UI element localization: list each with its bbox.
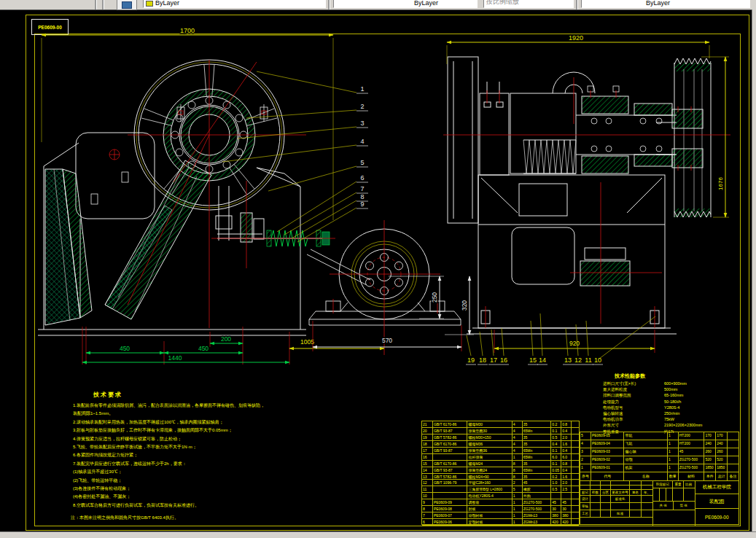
- callout-19: 19: [467, 356, 475, 364]
- table-cell: [572, 474, 579, 480]
- table-cell: ZG270-500: [523, 499, 552, 505]
- table-cell: [572, 441, 579, 447]
- table-cell: 弹簧垫圈36: [467, 448, 512, 453]
- table-row: 16拉杆弹簧165Mn6.06.0: [422, 454, 579, 461]
- table-cell: 4: [513, 434, 523, 440]
- table-cell: [572, 499, 579, 505]
- table-cell: HT200: [679, 440, 705, 448]
- table-row: 进料口尺寸(宽×长)600×900mm: [602, 381, 710, 387]
- table-cell: 0.5: [551, 434, 561, 440]
- bottom-scrollbar-strip[interactable]: [0, 531, 756, 538]
- dim-450-a: 450: [120, 345, 130, 352]
- label-change-doc: 更改文件号: [611, 490, 630, 495]
- table-cell: 1850: [716, 464, 728, 472]
- table-cell: 机架: [624, 464, 667, 472]
- callout-15: 15: [529, 356, 537, 364]
- tech-requirements-title: 技术要求: [93, 391, 122, 399]
- callout-4: 4: [360, 138, 364, 145]
- table-cell: 12: [422, 480, 433, 486]
- dim-1676: 1676: [717, 177, 724, 190]
- table-cell: [433, 493, 468, 499]
- table-cell: 1: [513, 519, 523, 525]
- col-unit-weight: 单件: [704, 472, 716, 480]
- drawing-number: PE0609-00: [695, 509, 739, 525]
- title-block-item-rows: 5PE0609-05带轮1HT2001701704PE0609-04飞轮1HT2…: [580, 432, 739, 472]
- dim-920: 920: [569, 340, 580, 347]
- table-cell: 10: [422, 493, 433, 499]
- right-window-edge[interactable]: [752, 9, 756, 538]
- table-row: 20GB/T 93-87弹簧垫圈30465Mn0.10.4: [422, 428, 579, 434]
- table-row: 3PE0609-03偏心轴145260260: [580, 448, 739, 456]
- table-row: 9PE0609-09调整座1ZG270-5004545: [422, 499, 579, 506]
- table-row: 最大进料粒度500mm: [602, 387, 710, 393]
- revision-grid: 标记 处数 分区 更改文件号 签名 年、月、日 设计 标准化 审核: [580, 481, 653, 526]
- table-cell: 1: [513, 493, 523, 499]
- table-cell: 飞轮: [624, 440, 667, 448]
- tech-requirements-list: 1.装配前所有零件必须清除切屑、油污，配合表面涂以润滑油，各摩擦面不得有碰伤、划…: [73, 402, 313, 510]
- table-cell: 0.1: [551, 448, 561, 453]
- table-cell: 45: [523, 480, 552, 486]
- dim-570: 570: [382, 337, 392, 344]
- table-cell: 6.0: [561, 454, 572, 460]
- callout-2: 2: [360, 103, 364, 110]
- table-cell: 1850: [704, 464, 716, 472]
- table-cell: ZG270-500: [679, 464, 705, 472]
- table-cell: 11: [422, 486, 433, 492]
- table-cell: 调整座: [467, 499, 512, 505]
- table-cell: 最大进料粒度: [602, 387, 663, 393]
- table-cell: 弹簧垫圈24: [467, 467, 512, 473]
- table-row: 偏心轴转速250r/min: [602, 411, 710, 417]
- table-cell: PE0609-02: [591, 456, 625, 464]
- table-cell: 0.8: [561, 461, 572, 467]
- table-cell: GB/T 6170-86: [433, 441, 468, 447]
- callout-18: 18: [479, 356, 486, 364]
- table-cell: 4: [513, 421, 523, 427]
- table-cell: 1: [513, 512, 523, 518]
- table-cell: 65Mn: [523, 467, 552, 473]
- performance-table: 进料口尺寸(宽×长)600×900mm最大进料粒度500mm排料口调整范围65-…: [602, 381, 710, 435]
- dim-320: 320: [461, 300, 468, 311]
- organization-name: 机械工程学院: [695, 481, 739, 494]
- stage-weight-scale: 阶段标记 重量 比例 共 张 第 张: [653, 481, 695, 526]
- tech-requirements-note: 注：本图未注明之倒角和圆角尺寸按GB/T 6403.4执行。: [71, 515, 179, 521]
- table-cell: [572, 428, 579, 434]
- table-cell: [572, 512, 579, 518]
- table-cell: 3: [580, 448, 591, 456]
- dim-450-b: 450: [198, 345, 209, 352]
- table-cell: GB/T 5782-86: [433, 434, 468, 440]
- table-cell: [728, 432, 739, 440]
- table-cell: HT200: [679, 432, 705, 440]
- table-cell: 1.0: [551, 480, 561, 486]
- callout-3: 3: [360, 120, 364, 127]
- table-cell: [572, 421, 579, 427]
- label-signature: 签名: [630, 490, 642, 495]
- table-cell: 260: [704, 448, 716, 456]
- table-cell: [572, 506, 579, 512]
- table-row: 17GB/T 93-87弹簧垫圈36465Mn0.10.4: [422, 448, 579, 454]
- label-design: 设计: [580, 496, 591, 502]
- callout-7: 7: [360, 185, 364, 192]
- table-cell: PE0609-09: [433, 499, 468, 505]
- table-row: 6PE0609-06定颚衬板1ZGMn13420420: [422, 519, 579, 526]
- table-cell: 2.0: [561, 434, 572, 440]
- label-mark: 标记: [580, 490, 591, 495]
- callout-6: 6: [360, 174, 364, 182]
- table-cell: 2: [513, 480, 523, 486]
- table-cell: 500mm: [663, 387, 710, 393]
- table-cell: 65Mn: [523, 454, 552, 460]
- table-row: 10电动机Y280S-41外购: [422, 493, 579, 499]
- table-cell: 5: [513, 486, 523, 492]
- label-total-sheets: 共 张: [653, 502, 674, 510]
- callout-5: 5: [360, 159, 364, 166]
- table-cell: 9: [422, 499, 433, 505]
- bom-header-row: 序号 代号 名称 数量 材料 单件 总计 备注: [580, 472, 739, 481]
- table-cell: 18: [422, 441, 433, 447]
- table-cell: 45: [551, 499, 561, 505]
- table-cell: 35: [523, 421, 552, 427]
- table-cell: 19: [422, 434, 433, 440]
- org-title-number: 机械工程学院 装配图 PE0609-00: [695, 481, 739, 526]
- table-cell: 螺母M36: [467, 441, 512, 447]
- table-cell: 420: [561, 519, 572, 525]
- text-line: 6.各紧固件均须按规定力矩拧紧；: [73, 451, 313, 459]
- text-line: (1)轴承温升不超过30℃；: [73, 468, 313, 476]
